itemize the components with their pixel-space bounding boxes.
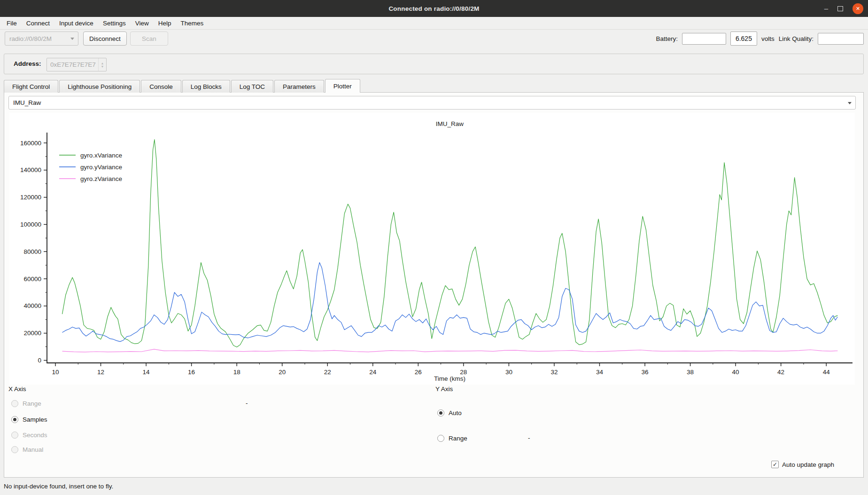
imu-raw-chart: 0200004000060000800001000001200001400001…	[9, 113, 855, 385]
auto-update-label: Auto update graph	[782, 461, 834, 468]
x-tick-label: 36	[642, 369, 649, 376]
y-tick-label: 0	[38, 357, 41, 364]
auto-update-checkbox[interactable]: ✓	[771, 461, 779, 468]
y-range-radio[interactable]	[437, 435, 444, 442]
chart-xlabel: Time (kms)	[434, 375, 465, 382]
series-gyro.yVariance	[62, 262, 838, 341]
tab-plotter[interactable]: Plotter	[325, 79, 360, 93]
tab-log-blocks[interactable]: Log Blocks	[182, 80, 230, 93]
x-tick-label: 16	[188, 369, 195, 376]
series-gyro.xVariance	[62, 140, 838, 347]
main-tab-bar: Flight ControlLighthouse PositioningCons…	[4, 79, 361, 93]
x-tick-label: 18	[233, 369, 240, 376]
y-tick-label: 160000	[20, 140, 41, 147]
x-manual-label: Manual	[23, 446, 43, 453]
y-axis-section-title: Y Axis	[435, 385, 453, 393]
chart-axes	[47, 133, 852, 363]
tab-console[interactable]: Console	[141, 80, 181, 93]
x-tick-label: 22	[324, 369, 331, 376]
link-quality-label: Link Quality:	[779, 35, 814, 42]
tab-log-toc[interactable]: Log TOC	[231, 80, 273, 93]
x-tick-label: 12	[97, 369, 104, 376]
x-tick-label: 20	[279, 369, 286, 376]
cfclient-window: Connected on radio://0/80/2M – ✕ FileCon…	[0, 0, 868, 495]
log-config-value: IMU_Raw	[13, 99, 41, 106]
chart-title: IMU_Raw	[436, 120, 464, 127]
address-groupbox: Address: 0xE7E7E7E7E7 ▲▼	[4, 54, 864, 74]
x-samples-label: Samples	[23, 416, 47, 423]
x-tick-label: 26	[415, 369, 422, 376]
x-samples-row: Samples	[11, 412, 47, 426]
plot-area: 0200004000060000800001000001200001400001…	[9, 113, 855, 385]
tab-flight-control[interactable]: Flight Control	[4, 80, 58, 93]
x-range-separator: -	[246, 400, 248, 407]
x-range-row: Range	[11, 396, 41, 410]
telemetry-indicators: Battery: 6.625 volts Link Quality:	[656, 30, 864, 47]
legend-label-gyro.zVariance: gyro.zVariance	[80, 175, 122, 182]
log-config-select[interactable]: IMU_Raw	[8, 96, 856, 110]
y-tick-label: 40000	[23, 302, 41, 309]
check-icon: ✓	[773, 462, 777, 467]
x-manual-radio	[11, 446, 18, 453]
interface-select: radio://0/80/2M	[5, 31, 78, 46]
menu-item-file[interactable]: File	[2, 20, 22, 27]
volts-label: volts	[761, 35, 775, 42]
disconnect-button[interactable]: Disconnect	[83, 31, 127, 46]
spinner-arrows-icon: ▲▼	[98, 58, 106, 71]
tab-lighthouse-positioning[interactable]: Lighthouse Positioning	[59, 80, 140, 93]
battery-progressbar	[682, 33, 726, 45]
x-range-radio	[11, 400, 18, 407]
y-tick-label: 120000	[20, 194, 41, 201]
y-range-row: Range	[437, 431, 467, 445]
x-tick-label: 14	[143, 369, 150, 376]
chevron-down-icon	[848, 102, 852, 104]
title-bar[interactable]: Connected on radio://0/80/2M – ✕	[0, 0, 868, 17]
battery-label: Battery:	[656, 35, 678, 42]
menu-item-connect[interactable]: Connect	[22, 20, 54, 27]
series-gyro.zVariance	[62, 349, 838, 352]
tab-parameters[interactable]: Parameters	[274, 80, 324, 93]
legend-label-gyro.xVariance: gyro.xVariance	[80, 152, 122, 159]
y-auto-label: Auto	[449, 409, 462, 416]
menu-item-view[interactable]: View	[131, 20, 154, 27]
x-seconds-radio	[11, 432, 18, 439]
menu-item-input-device[interactable]: Input device	[54, 20, 98, 27]
x-tick-label: 38	[687, 369, 694, 376]
y-range-label: Range	[449, 435, 467, 442]
battery-voltage-value: 6.625	[730, 31, 757, 46]
link-quality-progressbar	[818, 33, 864, 45]
x-tick-label: 32	[550, 369, 558, 376]
menu-bar: FileConnectInput deviceSettingsViewHelpT…	[0, 17, 868, 30]
close-icon[interactable]: ✕	[852, 3, 863, 14]
y-range-separator: -	[528, 434, 530, 441]
x-seconds-row: Seconds	[11, 428, 47, 442]
x-tick-label: 28	[460, 369, 467, 376]
connection-toolbar: radio://0/80/2M Disconnect Scan Battery:…	[0, 30, 868, 51]
menu-item-settings[interactable]: Settings	[98, 20, 131, 27]
y-tick-label: 140000	[20, 166, 41, 173]
y-auto-radio[interactable]	[437, 409, 444, 416]
y-tick-label: 20000	[23, 330, 41, 337]
x-tick-label: 24	[369, 369, 377, 376]
menu-item-themes[interactable]: Themes	[176, 20, 208, 27]
interface-uri: radio://0/80/2M	[9, 35, 52, 42]
x-tick-label: 40	[732, 369, 739, 376]
address-spinbox: 0xE7E7E7E7E7 ▲▼	[46, 58, 107, 71]
window-title: Connected on radio://0/80/2M	[388, 5, 479, 12]
status-bar: No input-device found, insert one to fly…	[0, 478, 868, 495]
address-value: 0xE7E7E7E7E7	[50, 61, 96, 68]
x-samples-radio[interactable]	[11, 416, 18, 423]
y-tick-label: 80000	[23, 248, 41, 255]
x-tick-label: 34	[596, 369, 604, 376]
window-controls: – ✕	[824, 0, 863, 17]
x-manual-row: Manual	[11, 446, 43, 453]
x-axis-section-title: X Axis	[8, 385, 26, 393]
scan-button: Scan	[130, 31, 168, 46]
maximize-icon[interactable]	[837, 6, 843, 11]
y-tick-label: 60000	[23, 275, 41, 283]
menu-item-help[interactable]: Help	[154, 20, 176, 27]
minimize-icon[interactable]: –	[824, 6, 828, 11]
x-range-label: Range	[23, 400, 41, 407]
x-tick-label: 42	[777, 369, 784, 376]
address-label: Address:	[14, 60, 41, 67]
